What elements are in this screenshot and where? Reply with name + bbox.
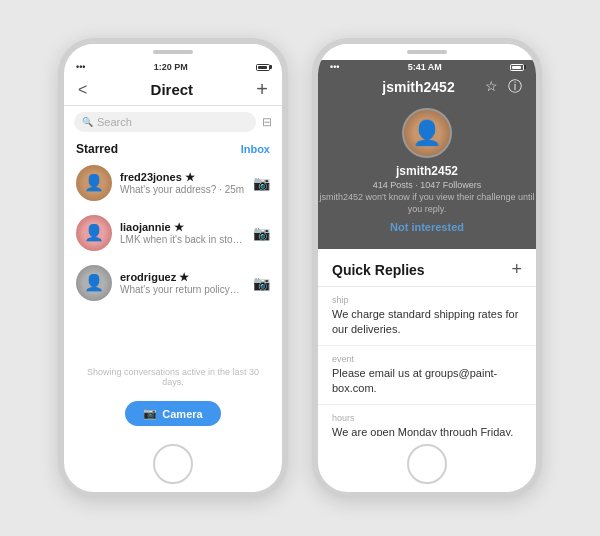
search-icon: 🔍	[82, 117, 93, 127]
not-interested-button[interactable]: Not interested	[390, 221, 464, 233]
profile-avatar: 👤	[402, 108, 452, 158]
username-2: liaojannie ★	[120, 221, 245, 234]
profile-section: 👤 jsmith2452 414 Posts · 1047 Followers …	[318, 100, 536, 237]
starred-label: Starred	[76, 142, 118, 156]
nav-bar-right: jsmith2452 ☆ ⓘ	[318, 74, 536, 100]
inbox-link[interactable]: Inbox	[241, 143, 270, 155]
camera-btn-icon: 📷	[143, 407, 157, 420]
profile-stats: 414 Posts · 1047 Followers	[373, 180, 482, 190]
phone-top-left	[64, 44, 282, 60]
quick-replies-header: Quick Replies +	[318, 249, 536, 287]
home-button-right[interactable]	[407, 444, 447, 484]
signal-dots-right: •••	[330, 62, 339, 72]
starred-section-header: Starred Inbox	[64, 138, 282, 158]
profile-subtext: jsmith2452 won't know if you view their …	[318, 192, 536, 215]
message-item-1[interactable]: 👤 fred23jones ★ What's your address? · 2…	[64, 158, 282, 208]
avatar-1: 👤	[76, 165, 112, 201]
search-placeholder: Search	[97, 116, 132, 128]
message-item-2[interactable]: 👤 liaojannie ★ LMK when it's back in sto…	[64, 208, 282, 258]
quick-reply-item-1[interactable]: ship We charge standard shipping rates f…	[318, 287, 536, 346]
message-list: 👤 fred23jones ★ What's your address? · 2…	[64, 158, 282, 361]
filter-icon[interactable]: ⊟	[262, 115, 272, 129]
preview-1: What's your address? · 25m	[120, 184, 245, 195]
avatar-2: 👤	[76, 215, 112, 251]
signal-dots: •••	[76, 62, 85, 72]
camera-button[interactable]: 📷 Camera	[125, 401, 220, 426]
footer-hint: Showing conversations active in the last…	[64, 361, 282, 393]
profile-name: jsmith2452	[396, 164, 458, 178]
qr-shortcut-3: hours	[332, 413, 522, 423]
username-3: erodriguez ★	[120, 271, 245, 284]
time-left: 1:20 PM	[154, 62, 188, 72]
add-button[interactable]: +	[256, 78, 268, 101]
profile-header: 👤 jsmith2452 414 Posts · 1047 Followers …	[318, 100, 536, 249]
status-bar-right: ••• 5:41 AM	[318, 60, 536, 74]
status-icons-left	[256, 64, 270, 71]
avatar-char-2: 👤	[84, 225, 104, 241]
search-input[interactable]: 🔍 Search	[74, 112, 256, 132]
battery-icon-right	[510, 64, 524, 71]
quick-replies-title: Quick Replies	[332, 262, 425, 278]
profile-username-nav: jsmith2452	[382, 79, 454, 95]
quick-replies-section: Quick Replies + ship We charge standard …	[318, 249, 536, 436]
phone-top-right	[318, 44, 536, 60]
camera-icon-1[interactable]: 📷	[253, 175, 270, 191]
battery-fill-right	[512, 66, 521, 69]
camera-icon-2[interactable]: 📷	[253, 225, 270, 241]
page-title-left: Direct	[151, 81, 194, 98]
msg-content-2: liaojannie ★ LMK when it's back in stock…	[120, 221, 245, 245]
battery-icon	[256, 64, 270, 71]
camera-btn-label: Camera	[162, 408, 202, 420]
nav-bar-left: < Direct +	[64, 74, 282, 106]
time-right: 5:41 AM	[408, 62, 442, 72]
speaker-right	[407, 50, 447, 54]
qr-message-1: We charge standard shipping rates for ou…	[332, 307, 522, 337]
quick-reply-item-3[interactable]: hours We are open Monday through Friday,…	[318, 405, 536, 436]
preview-2: LMK when it's back in stock! · 25m	[120, 234, 245, 245]
star-button[interactable]: ☆	[485, 78, 498, 96]
phone-left: ••• 1:20 PM < Direct + 🔍 Search ⊟ Starre…	[58, 38, 288, 498]
avatar-char-1: 👤	[84, 175, 104, 191]
nav-icons-right: ☆ ⓘ	[485, 78, 522, 96]
phone-right: ••• 5:41 AM jsmith2452 ☆ ⓘ 👤 jsmith2452 …	[312, 38, 542, 498]
status-bar-left: ••• 1:20 PM	[64, 60, 282, 74]
msg-content-1: fred23jones ★ What's your address? · 25m	[120, 171, 245, 195]
status-icons-right	[510, 64, 524, 71]
camera-button-area: 📷 Camera	[64, 393, 282, 436]
info-button[interactable]: ⓘ	[508, 78, 522, 96]
speaker	[153, 50, 193, 54]
avatar-char-3: 👤	[84, 275, 104, 291]
message-item-3[interactable]: 👤 erodriguez ★ What's your return policy…	[64, 258, 282, 308]
battery-fill	[258, 66, 267, 69]
avatar-3: 👤	[76, 265, 112, 301]
camera-icon-3[interactable]: 📷	[253, 275, 270, 291]
home-button-left[interactable]	[153, 444, 193, 484]
qr-shortcut-1: ship	[332, 295, 522, 305]
back-button[interactable]: <	[78, 81, 87, 99]
qr-message-3: We are open Monday through Friday, from …	[332, 425, 522, 436]
preview-3: What's your return policy? · 25m	[120, 284, 245, 295]
search-bar: 🔍 Search ⊟	[64, 106, 282, 138]
quick-reply-item-2[interactable]: event Please email us at groups@paint-bo…	[318, 346, 536, 405]
username-1: fred23jones ★	[120, 171, 245, 184]
profile-avatar-char: 👤	[412, 121, 442, 145]
qr-shortcut-2: event	[332, 354, 522, 364]
msg-content-3: erodriguez ★ What's your return policy? …	[120, 271, 245, 295]
qr-message-2: Please email us at groups@paint-box.com.	[332, 366, 522, 396]
add-quick-reply-button[interactable]: +	[511, 259, 522, 280]
